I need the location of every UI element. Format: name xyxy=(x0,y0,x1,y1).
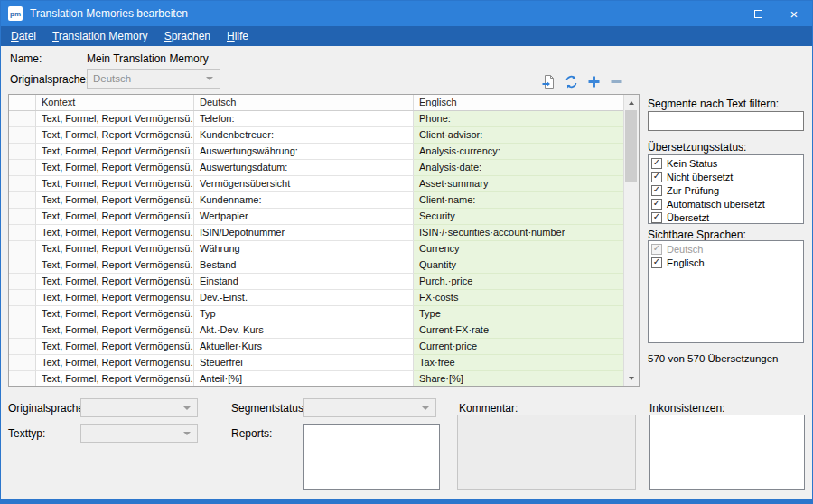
cell-englisch[interactable]: Security xyxy=(414,209,623,225)
table-row[interactable]: Text, Formel, Report Vermögensü... Kunde… xyxy=(9,192,623,209)
cell-kontext[interactable]: Text, Formel, Report Vermögensü... xyxy=(36,192,194,209)
cell-kontext[interactable]: Text, Formel, Report Vermögensü... xyxy=(36,371,194,386)
scrollbar-thumb[interactable] xyxy=(625,110,637,182)
cell-deutsch[interactable]: Auswertungswährung: xyxy=(194,144,414,160)
cell-englisch[interactable]: Purch.·price xyxy=(414,274,623,290)
cell-deutsch[interactable]: ISIN/Depotnummer xyxy=(194,225,414,241)
segment-status-combo[interactable] xyxy=(303,398,436,417)
column-header-englisch[interactable]: Englisch xyxy=(414,95,625,110)
table-row[interactable]: Text, Formel, Report Vermögensü... Akt.·… xyxy=(9,322,623,339)
status-filter-option[interactable]: ✓ Zur Prüfung xyxy=(649,183,803,197)
cell-kontext[interactable]: Text, Formel, Report Vermögensü... xyxy=(36,290,194,306)
minimize-button[interactable] xyxy=(704,1,740,26)
cell-deutsch[interactable]: Vermögensübersicht xyxy=(194,176,414,192)
checkbox-icon[interactable]: ✓ xyxy=(651,172,662,182)
cell-kontext[interactable]: Text, Formel, Report Vermögensü... xyxy=(36,355,194,371)
row-selector[interactable] xyxy=(9,241,36,257)
row-selector[interactable] xyxy=(9,322,36,339)
row-selector[interactable] xyxy=(9,355,36,371)
row-selector[interactable] xyxy=(9,290,36,306)
cell-kontext[interactable]: Text, Formel, Report Vermögensü... xyxy=(36,176,194,192)
checkbox-icon[interactable]: ✓ xyxy=(651,244,662,255)
table-row[interactable]: Text, Formel, Report Vermögensü... Typ T… xyxy=(9,306,623,322)
table-row[interactable]: Text, Formel, Report Vermögensü... Antei… xyxy=(9,371,623,386)
cell-englisch[interactable]: Client·advisor: xyxy=(414,127,623,144)
cell-kontext[interactable]: Text, Formel, Report Vermögensü... xyxy=(36,144,194,160)
cell-englisch[interactable]: FX·costs xyxy=(414,290,623,306)
row-selector[interactable] xyxy=(9,371,36,386)
cell-englisch[interactable]: Current·FX·rate xyxy=(414,322,623,339)
table-row[interactable]: Text, Formel, Report Vermögensü... Auswe… xyxy=(9,160,623,176)
cell-deutsch[interactable]: Akt.·Dev.-Kurs xyxy=(194,322,414,339)
cell-deutsch[interactable]: Telefon: xyxy=(194,111,414,127)
row-selector[interactable] xyxy=(9,339,36,355)
checkbox-icon[interactable]: ✓ xyxy=(651,199,662,210)
cell-deutsch[interactable]: Auswertungsdatum: xyxy=(194,160,414,176)
row-selector[interactable] xyxy=(9,209,36,225)
row-selector[interactable] xyxy=(9,127,36,144)
menu-translation-memory[interactable]: Translation Memory xyxy=(44,27,156,45)
cell-deutsch[interactable]: Bestand xyxy=(194,257,414,274)
checkbox-icon[interactable]: ✓ xyxy=(651,158,662,169)
table-row[interactable]: Text, Formel, Report Vermögensü... Vermö… xyxy=(9,176,623,192)
cell-englisch[interactable]: Analysis·currency: xyxy=(414,144,623,160)
table-row[interactable]: Text, Formel, Report Vermögensü... Besta… xyxy=(9,257,623,274)
table-row[interactable]: Text, Formel, Report Vermögensü... ISIN/… xyxy=(9,225,623,241)
cell-deutsch[interactable]: Kundenbetreuer: xyxy=(194,127,414,144)
close-button[interactable]: × xyxy=(776,1,812,26)
add-segment-icon[interactable] xyxy=(586,74,602,89)
cell-englisch[interactable]: Phone: xyxy=(414,111,623,127)
table-row[interactable]: Text, Formel, Report Vermögensü... Steue… xyxy=(9,355,623,371)
table-scrollbar[interactable] xyxy=(623,95,639,386)
row-selector[interactable] xyxy=(9,306,36,322)
cell-deutsch[interactable]: Wertpapier xyxy=(194,209,414,225)
cell-englisch[interactable]: Asset·summary xyxy=(414,176,623,192)
cell-kontext[interactable]: Text, Formel, Report Vermögensü... xyxy=(36,111,194,127)
cell-englisch[interactable]: Currency xyxy=(414,241,623,257)
cell-englisch[interactable]: Client·name: xyxy=(414,192,623,209)
checkbox-icon[interactable]: ✓ xyxy=(651,185,662,196)
refresh-icon[interactable] xyxy=(564,74,579,89)
row-selector[interactable] xyxy=(9,176,36,192)
source-language-combo[interactable]: Deutsch xyxy=(87,69,220,89)
table-row[interactable]: Text, Formel, Report Vermögensü... Kunde… xyxy=(9,127,623,144)
cell-englisch[interactable]: Current·price xyxy=(414,339,623,355)
row-selector[interactable] xyxy=(9,160,36,176)
row-selector[interactable] xyxy=(9,225,36,241)
table-row[interactable]: Text, Formel, Report Vermögensü... Dev.-… xyxy=(9,290,623,306)
cell-englisch[interactable]: ISIN·/·securities·account·number xyxy=(414,225,623,241)
cell-deutsch[interactable]: Steuerfrei xyxy=(194,355,414,371)
table-row[interactable]: Text, Formel, Report Vermögensü... Auswe… xyxy=(9,144,623,160)
cell-kontext[interactable]: Text, Formel, Report Vermögensü... xyxy=(36,306,194,322)
table-row[interactable]: Text, Formel, Report Vermögensü... Wertp… xyxy=(9,209,623,225)
cell-deutsch[interactable]: Typ xyxy=(194,306,414,322)
table-row[interactable]: Text, Formel, Report Vermögensü... Telef… xyxy=(9,111,623,127)
status-filter-option[interactable]: ✓ Automatisch übersetzt xyxy=(649,197,803,210)
maximize-button[interactable] xyxy=(740,1,776,26)
cell-deutsch[interactable]: Einstand xyxy=(194,274,414,290)
filter-input[interactable] xyxy=(648,111,804,131)
inconsistencies-list[interactable] xyxy=(649,415,805,490)
cell-englisch[interactable]: Type xyxy=(414,306,623,322)
table-row[interactable]: Text, Formel, Report Vermögensü... Aktue… xyxy=(9,339,623,355)
menu-hilfe[interactable]: Hilfe xyxy=(219,27,257,45)
cell-englisch[interactable]: Tax·free xyxy=(414,355,623,371)
cell-kontext[interactable]: Text, Formel, Report Vermögensü... xyxy=(36,225,194,241)
checkbox-icon[interactable]: ✓ xyxy=(651,257,662,268)
checkbox-icon[interactable]: ✓ xyxy=(651,212,662,223)
cell-kontext[interactable]: Text, Formel, Report Vermögensü... xyxy=(36,257,194,274)
cell-deutsch[interactable]: Anteil·[%] xyxy=(194,371,414,386)
remove-segment-icon[interactable] xyxy=(609,74,624,89)
cell-kontext[interactable]: Text, Formel, Report Vermögensü... xyxy=(36,209,194,225)
scroll-down-button[interactable] xyxy=(624,370,639,386)
cell-kontext[interactable]: Text, Formel, Report Vermögensü... xyxy=(36,322,194,339)
cell-englisch[interactable]: Share·[%] xyxy=(414,371,623,386)
row-selector[interactable] xyxy=(9,274,36,290)
cell-deutsch[interactable]: Währung xyxy=(194,241,414,257)
cell-kontext[interactable]: Text, Formel, Report Vermögensü... xyxy=(36,127,194,144)
table-row[interactable]: Text, Formel, Report Vermögensü... Einst… xyxy=(9,274,623,290)
row-selector[interactable] xyxy=(9,111,36,127)
row-selector[interactable] xyxy=(9,144,36,160)
row-selector[interactable] xyxy=(9,192,36,209)
scroll-up-button[interactable] xyxy=(624,95,639,110)
